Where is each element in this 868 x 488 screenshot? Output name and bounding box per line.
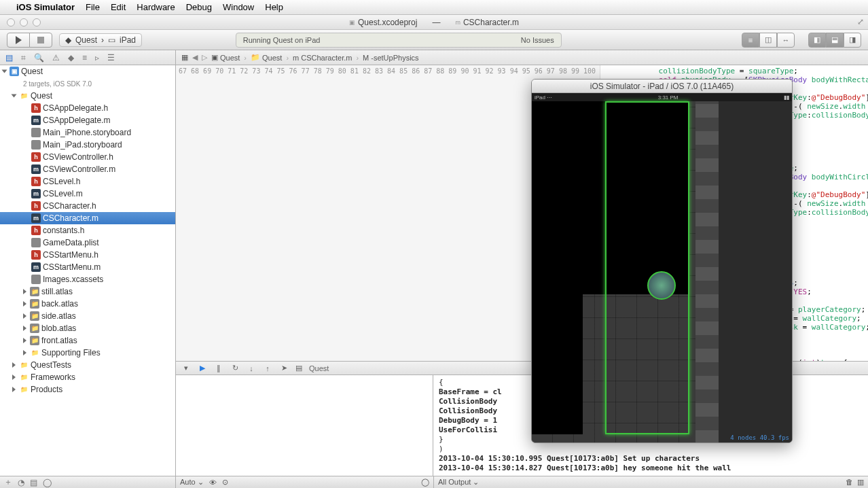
standard-editor-button[interactable]: ≡ [742,33,759,48]
menu-help[interactable]: Help [265,2,283,12]
device-icon: ▭ [108,35,115,45]
panel-group: ◧ ⬓ ◨ [808,33,861,48]
show-navigator-button[interactable]: ◧ [808,33,826,48]
recent-icon[interactable]: ◔ [18,478,24,487]
quicklook-icon[interactable]: 👁 [209,478,217,487]
menu-debug[interactable]: Debug [186,2,212,12]
target-icon: ◆ [65,35,71,45]
window-controls [0,18,41,27]
test-navigator-icon[interactable]: ◆ [68,53,74,63]
nav-file[interactable]: hCSCharacter.h [0,200,175,212]
vars-search[interactable]: ◯ [421,478,429,487]
nav-atlas[interactable]: 📁blob.atlas [0,322,175,334]
nav-atlas[interactable]: 📁front.atlas [0,334,175,347]
nav-group[interactable]: 📁QuestTests [0,359,175,371]
simulator-screen[interactable]: iPad ⋯ 3:31 PM ▮▮ 4 nodes 40.3 fps [532,93,792,442]
minimize-button[interactable] [20,18,28,27]
run-button[interactable] [7,33,30,48]
version-editor-button[interactable]: ↔ [777,33,795,48]
nav-file[interactable]: mCSAppDelegate.m [0,114,175,126]
game-scene[interactable]: 4 nodes 40.3 fps [532,101,792,443]
simulator-window[interactable]: iOS Simulator - iPad / iOS 7.0 (11A465) … [531,79,793,443]
nav-group[interactable]: 📁Frameworks [0,371,175,383]
scm-icon[interactable]: ▤ [30,478,37,487]
navigator-filter: ＋ ◔ ▤ ◯ [0,476,176,488]
title-tab-file[interactable]: mCSCharacter.m [448,16,526,29]
nav-file[interactable]: Images.xcassets [0,273,175,285]
nav-file[interactable]: GameData.plist [0,237,175,249]
stop-button[interactable] [29,33,52,48]
file-icon: m [455,19,460,26]
log-navigator-icon[interactable]: ☰ [107,53,115,63]
zoom-button[interactable] [33,18,41,27]
nav-group[interactable]: 📁Products [0,383,175,396]
hide-debug-icon[interactable]: ▾ [181,364,191,372]
menu-window[interactable]: Window [223,2,254,12]
close-button[interactable] [7,18,15,27]
console-panes-icon[interactable]: ▥ [857,478,864,487]
nav-file[interactable]: Main_iPhone.storyboard [0,126,175,139]
step-out-icon[interactable]: ↑ [263,364,272,372]
show-debug-button[interactable]: ⬓ [826,33,844,48]
nav-file[interactable]: mCSLevel.m [0,188,175,200]
continue-icon[interactable]: ▶ [198,364,207,372]
nav-group[interactable]: 📁Quest [0,90,175,102]
menu-edit[interactable]: Edit [111,2,126,12]
nav-file[interactable]: Main_iPad.storyboard [0,139,175,151]
proj-icon: ▣ [349,19,355,26]
nav-file[interactable]: hconstants.h [0,224,175,237]
add-icon[interactable]: ＋ [4,476,12,488]
related-items-icon[interactable]: ▦ [181,53,188,62]
debug-navigator-icon[interactable]: ≡ [82,53,87,63]
nav-file[interactable]: mCSStartMenu.m [0,261,175,273]
nav-group[interactable]: 📁Supporting Files [0,347,175,359]
project-navigator-icon[interactable]: ▤ [5,53,13,63]
symbol-navigator-icon[interactable]: ⌗ [21,53,26,63]
output-scope[interactable]: All Output ⌄ [438,478,479,487]
character-sprite[interactable] [647,271,676,300]
crumb-group[interactable]: 📁 Quest [251,53,289,62]
app-menu[interactable]: iOS Simulator [16,2,75,12]
back-button[interactable]: ◀ [192,53,198,62]
nav-atlas[interactable]: 📁back.atlas [0,298,175,310]
nav-file[interactable]: hCSViewController.h [0,151,175,163]
thread-label[interactable]: Quest [309,364,329,372]
assistant-editor-button[interactable]: ◫ [759,33,777,48]
nav-file[interactable]: hCSStartMenu.h [0,249,175,261]
issue-navigator-icon[interactable]: ⚠ [52,53,60,63]
trash-icon[interactable]: 🗑 [846,478,853,487]
nav-file[interactable]: hCSAppDelegate.h [0,102,175,114]
scheme-selector[interactable]: ◆ Quest › ▭ iPad [59,33,142,47]
step-over-icon[interactable]: ↻ [230,364,240,372]
jump-bar[interactable]: ▦ ◀ ▷ ▣ Quest 📁 Quest m CSCharacter.m M … [176,50,868,65]
vars-scope[interactable]: Auto ⌄ [180,478,204,487]
location-icon[interactable]: ➤ [279,364,289,372]
forward-button[interactable]: ▷ [202,53,207,62]
nav-file[interactable]: hCSLevel.h [0,175,175,188]
nav-file[interactable]: mCSCharacter.m [0,212,175,224]
nav-file[interactable]: mCSViewController.m [0,163,175,175]
crumb-project[interactable]: ▣ Quest [211,53,247,62]
menu-hardware[interactable]: Hardware [137,2,175,12]
fullscreen-icon[interactable]: ⤢ [857,17,864,27]
title-tab-project[interactable]: ▣Quest.xcodeproj [342,16,424,29]
console-filter: All Output ⌄ 🗑 ▥ [434,476,868,488]
variables-view[interactable] [176,375,433,476]
battery-icon: ▮▮ [784,94,789,101]
print-icon[interactable]: ⊙ [222,478,228,487]
nav-atlas[interactable]: 📁side.atlas [0,310,175,322]
step-in-icon[interactable]: ↓ [247,364,256,372]
window-titlebar: ▣Quest.xcodeproj — mCSCharacter.m ⤢ [0,15,868,30]
show-utilities-button[interactable]: ◨ [844,33,861,48]
find-navigator-icon[interactable]: 🔍 [34,53,44,63]
nav-subtitle: 2 targets, iOS SDK 7.0 [0,77,175,90]
nav-project[interactable]: ▣Quest [0,65,175,77]
menu-file[interactable]: File [86,2,100,12]
crumb-symbol[interactable]: M -setUpPhysics [363,54,422,62]
pause-icon[interactable]: ‖ [214,364,223,372]
filter-field[interactable]: ◯ [43,478,52,487]
nav-atlas[interactable]: 📁still.atlas [0,285,175,298]
crumb-file[interactable]: m CSCharacter.m [293,54,359,62]
dark-region [719,101,792,443]
breakpoint-navigator-icon[interactable]: ▹ [95,53,99,63]
